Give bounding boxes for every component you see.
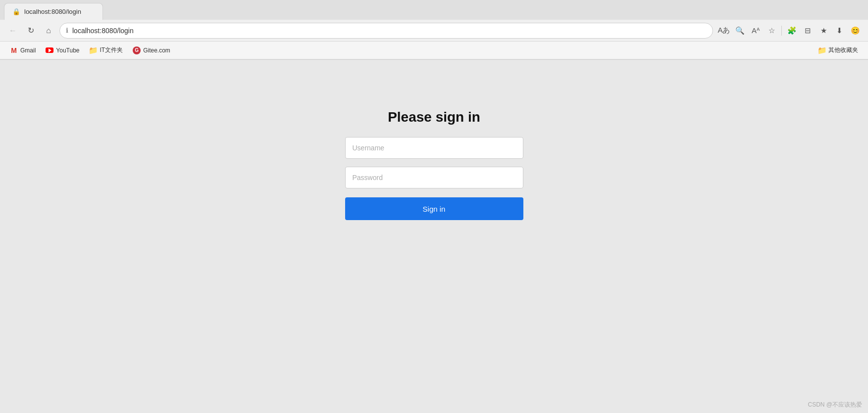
bookmark-it-label: IT文件夹 [100,46,123,54]
page-footer: CSDN @不应该热爱 [808,401,862,409]
page-content: Please sign in Sign in [0,60,868,413]
password-input[interactable] [345,167,523,188]
gitee-favicon: G [133,46,141,54]
toolbar-right-buttons: Aあ 🔍 Aᴬ ☆ 🧩 ⊟ ★ ⬇ [717,24,862,38]
gmail-favicon: M [10,46,18,54]
bookmarks-right: 📁 其他收藏夹 [814,44,862,56]
bookmark-youtube[interactable]: YouTube [42,45,83,56]
tab-bar: 🔒 localhost:8080/login [0,0,868,20]
read-button[interactable]: Aᴬ [749,24,763,38]
browser-chrome: 🔒 localhost:8080/login ← ↻ ⌂ ℹ Aあ 🔍 Aᴬ ☆ [0,0,868,60]
security-icon: ℹ [66,27,68,34]
split-icon: ⊟ [805,26,811,35]
watermark-text: CSDN @不应该热爱 [808,401,862,408]
star-icon: ☆ [768,26,775,35]
bookmark-youtube-label: YouTube [56,47,79,54]
address-bar-container[interactable]: ℹ [59,23,713,39]
search-icon: 🔍 [735,26,745,35]
bookmark-other-label: 其他收藏夹 [828,46,858,54]
split-view-button[interactable]: ⊟ [801,24,815,38]
login-title: Please sign in [388,109,480,125]
tab-title: localhost:8080/login [24,8,81,15]
refresh-button[interactable]: ↻ [24,24,38,38]
bookmarks-bar: M Gmail YouTube 📁 IT文件夹 G Gitee.c [0,42,868,59]
bookmark-gitee-label: Gitee.com [143,47,170,54]
toolbar-separator [781,26,782,36]
profile-button[interactable]: 😊 [848,24,862,38]
translate-icon: Aあ [717,26,730,35]
read-icon: Aᴬ [752,26,760,35]
other-folder-favicon: 📁 [818,46,826,54]
bookmark-gitee[interactable]: G Gitee.com [129,45,174,56]
username-input[interactable] [345,137,523,159]
bookmark-other-collections[interactable]: 📁 其他收藏夹 [814,44,862,56]
translate-button[interactable]: Aあ [717,24,731,38]
search-button[interactable]: 🔍 [733,24,747,38]
home-button[interactable]: ⌂ [42,24,55,38]
download-button[interactable]: ⬇ [832,24,846,38]
active-tab[interactable]: 🔒 localhost:8080/login [4,3,103,20]
tab-favicon: 🔒 [12,8,20,16]
download-icon: ⬇ [836,26,843,35]
extensions-icon: 🧩 [787,26,797,35]
login-card: Please sign in Sign in [345,109,523,220]
bookmark-gmail-label: Gmail [20,47,36,54]
address-bar-input[interactable] [72,27,707,35]
bookmark-it-folder[interactable]: 📁 IT文件夹 [86,44,127,56]
favorites-star-button[interactable]: ☆ [765,24,778,38]
favorites-menu-icon: ★ [820,26,827,35]
extensions-button[interactable]: 🧩 [785,24,799,38]
favorites-menu-button[interactable]: ★ [817,24,830,38]
browser-toolbar: ← ↻ ⌂ ℹ Aあ 🔍 Aᴬ ☆ 🧩 ⊟ [0,20,868,42]
sign-in-button[interactable]: Sign in [345,197,523,220]
youtube-favicon [46,46,53,54]
back-button[interactable]: ← [6,24,20,38]
folder-favicon: 📁 [90,46,98,54]
bookmark-gmail[interactable]: M Gmail [6,45,40,56]
profile-icon: 😊 [851,26,860,35]
